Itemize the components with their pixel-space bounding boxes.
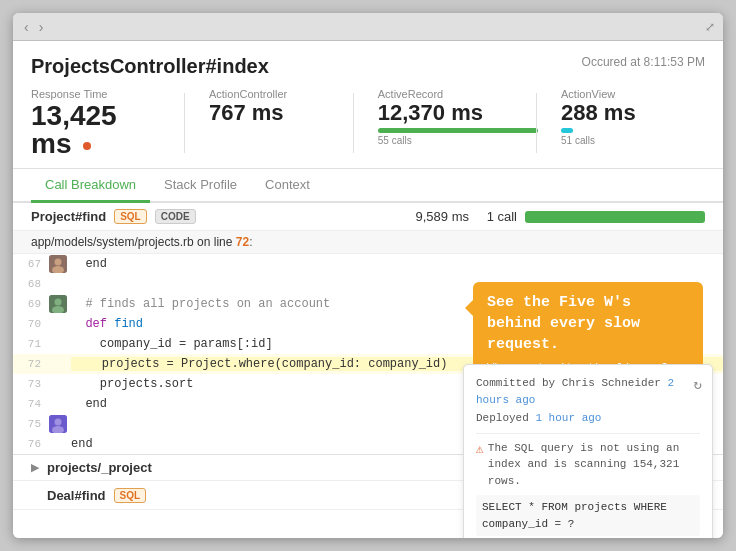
svg-point-4 bbox=[55, 299, 62, 306]
badge-sql-deal: SQL bbox=[114, 488, 147, 503]
action-controller-value: 767 ms bbox=[209, 102, 329, 124]
divider-2 bbox=[353, 93, 354, 153]
action-controller-label: ActionController bbox=[209, 88, 329, 100]
tabs-bar: Call Breakdown Stack Profile Context bbox=[13, 169, 723, 203]
active-record-bar bbox=[378, 128, 538, 133]
svg-point-7 bbox=[55, 419, 62, 426]
action-view-label: ActionView bbox=[561, 88, 681, 100]
metric-action-controller: ActionController 767 ms bbox=[209, 88, 329, 124]
warning-icon: ⚠ bbox=[476, 440, 484, 460]
avatar-67 bbox=[49, 255, 67, 273]
action-view-calls: 51 calls bbox=[561, 135, 681, 146]
avatar-69 bbox=[49, 295, 67, 313]
divider-1 bbox=[184, 93, 185, 153]
badge-sql: SQL bbox=[114, 209, 147, 224]
warning-line: ⚠ The SQL query is not using an index an… bbox=[476, 433, 700, 490]
action-view-bar-container: 51 calls bbox=[561, 128, 681, 146]
main-content: Project#find SQL CODE 9,589 ms 1 call ap… bbox=[13, 203, 723, 538]
header-section: ProjectsController#index Occured at 8:11… bbox=[13, 41, 723, 169]
controller-title: ProjectsController#index bbox=[31, 55, 269, 78]
avatar-75 bbox=[49, 415, 67, 433]
call-time: 9,589 ms bbox=[399, 209, 469, 224]
metric-response-time: Response Time 13,425 ms bbox=[31, 88, 160, 158]
metric-action-view: ActionView 288 ms 51 calls bbox=[561, 88, 681, 146]
tab-call-breakdown[interactable]: Call Breakdown bbox=[31, 169, 150, 203]
bottom-name-2: Deal#find bbox=[47, 488, 106, 503]
tab-stack-profile[interactable]: Stack Profile bbox=[150, 169, 251, 203]
chevron-icon: ▶ bbox=[31, 461, 39, 474]
titlebar: ‹ › ⤢ bbox=[13, 13, 723, 41]
call-bar bbox=[525, 211, 705, 223]
content-area: ProjectsController#index Occured at 8:11… bbox=[13, 41, 723, 538]
warning-text: The SQL query is not using an index and … bbox=[488, 440, 700, 490]
call-row-project-find: Project#find SQL CODE 9,589 ms 1 call bbox=[13, 203, 723, 231]
active-record-label: ActiveRecord bbox=[378, 88, 512, 100]
response-time-dot bbox=[83, 142, 91, 150]
tab-context[interactable]: Context bbox=[251, 169, 324, 203]
nav-prev-icon[interactable]: ‹ bbox=[21, 19, 32, 35]
nav-next-icon[interactable]: › bbox=[36, 19, 47, 35]
action-view-value: 288 ms bbox=[561, 102, 681, 124]
active-record-calls: 55 calls bbox=[378, 135, 512, 146]
occurred-at: Occured at 8:11:53 PM bbox=[582, 55, 705, 69]
bottom-name-1: projects/_project bbox=[47, 460, 152, 475]
active-record-value: 12,370 ms bbox=[378, 102, 512, 124]
deployed-link[interactable]: 1 hour ago bbox=[535, 412, 601, 424]
main-window: ‹ › ⤢ ProjectsController#index Occured a… bbox=[13, 13, 723, 538]
call-count: 1 call bbox=[477, 209, 517, 224]
action-view-bar bbox=[561, 128, 573, 133]
response-time-label: Response Time bbox=[31, 88, 160, 100]
committed-by-line: Committed by Chris Schneider 2 hours ago bbox=[476, 375, 700, 408]
svg-point-1 bbox=[55, 259, 62, 266]
metric-active-record: ActiveRecord 12,370 ms 55 calls bbox=[378, 88, 512, 146]
call-bar-container bbox=[525, 211, 705, 223]
deployed-line: Deployed 1 hour ago bbox=[476, 410, 700, 427]
badge-code: CODE bbox=[155, 209, 196, 224]
tooltip-info: ↻ Committed by Chris Schneider 2 hours a… bbox=[463, 364, 713, 538]
response-time-value: 13,425 ms bbox=[31, 102, 160, 158]
expand-icon[interactable]: ⤢ bbox=[705, 20, 715, 34]
divider-3 bbox=[536, 93, 537, 153]
metrics-row: Response Time 13,425 ms ActionController… bbox=[31, 88, 705, 158]
sql-query-text: SELECT * FROM projects WHERE company_id … bbox=[476, 495, 700, 536]
header-top: ProjectsController#index Occured at 8:11… bbox=[31, 55, 705, 78]
code-line-67: 67 end bbox=[13, 254, 723, 274]
refresh-icon[interactable]: ↻ bbox=[694, 375, 702, 396]
call-name: Project#find bbox=[31, 209, 106, 224]
code-file-line: app/models/system/projects.rb on line 72… bbox=[13, 231, 723, 254]
tooltip-orange-text: See the Five W's behind every slow reque… bbox=[487, 292, 689, 355]
nav-arrows[interactable]: ‹ › bbox=[21, 19, 46, 35]
active-record-bar-container: 55 calls bbox=[378, 128, 512, 146]
code-block: 67 end 68 69 bbox=[13, 254, 723, 454]
